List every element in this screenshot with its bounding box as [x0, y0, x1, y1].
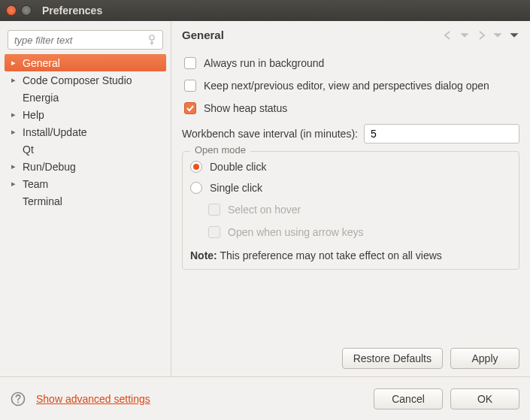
footer: Show advanced settings Cancel OK	[0, 376, 530, 420]
content: ▸ General ▸ Code Composer Studio ▸ Energ…	[0, 21, 530, 376]
tree-item-code-composer-studio[interactable]: ▸ Code Composer Studio	[5, 71, 166, 89]
checkbox-disabled-icon	[208, 204, 220, 216]
chevron-right-icon: ▸	[9, 58, 18, 68]
filter-wrap	[8, 30, 163, 50]
back-icon[interactable]	[443, 30, 453, 41]
chevron-right-icon: ▸	[9, 110, 18, 119]
check-keep-next-prev[interactable]: Keep next/previous editor, view and pers…	[184, 74, 519, 97]
save-interval-label: Workbench save interval (in minutes):	[182, 128, 358, 140]
radio-label: Single click	[210, 182, 262, 194]
ok-button[interactable]: OK	[450, 388, 519, 409]
help-icon[interactable]	[11, 391, 26, 406]
chevron-right-icon: ▸	[9, 179, 18, 189]
tree-item-label: Install/Update	[21, 126, 87, 138]
tree-item-label: Run/Debug	[21, 161, 76, 173]
tree-item-label: General	[21, 57, 60, 69]
save-interval-row: Workbench save interval (in minutes):	[182, 124, 519, 144]
tree-item-label: Terminal	[21, 195, 62, 207]
tree-item-team[interactable]: ▸ Team	[5, 175, 166, 192]
pane-actions: Restore Defaults Apply	[182, 340, 519, 369]
right-pane: General Always run in background Keep ne…	[171, 21, 530, 376]
check-select-on-hover: Select on hover	[208, 198, 511, 221]
chevron-right-icon: ▸	[9, 162, 18, 171]
back-menu-icon[interactable]	[459, 30, 470, 41]
checkbox-icon[interactable]	[184, 57, 196, 69]
radio-label: Double click	[210, 161, 266, 173]
footer-right: Cancel OK	[374, 388, 519, 409]
check-label: Show heap status	[204, 102, 287, 114]
chevron-right-icon: ▸	[9, 75, 18, 85]
view-menu-icon[interactable]	[509, 30, 519, 41]
tree-item-energia[interactable]: ▸ Energia	[5, 89, 166, 106]
tree-item-install-update[interactable]: ▸ Install/Update	[5, 123, 166, 141]
radio-single-click[interactable]: Single click	[190, 177, 511, 198]
check-label: Select on hover	[228, 204, 301, 216]
tree-item-general[interactable]: ▸ General	[5, 54, 166, 71]
restore-defaults-button[interactable]: Restore Defaults	[342, 348, 443, 369]
window-title: Preferences	[42, 5, 102, 17]
radio-checked-icon[interactable]	[190, 161, 202, 173]
check-run-background[interactable]: Always run in background	[184, 52, 519, 74]
forward-menu-icon[interactable]	[492, 30, 503, 41]
close-icon[interactable]	[6, 5, 17, 16]
check-label: Always run in background	[204, 57, 324, 69]
footer-left: Show advanced settings	[11, 391, 150, 406]
pane-title: General	[182, 29, 224, 41]
filter-input[interactable]	[8, 30, 163, 50]
open-mode-group: Open mode Double click Single click Sele…	[182, 151, 519, 270]
tree-item-label: Help	[21, 109, 44, 121]
apply-button[interactable]: Apply	[450, 348, 519, 369]
tree-item-label: Code Composer Studio	[21, 74, 132, 86]
tree-item-qt[interactable]: ▸ Qt	[5, 141, 166, 158]
titlebar: Preferences	[0, 0, 530, 21]
radio-icon[interactable]	[190, 182, 202, 194]
check-open-arrow-keys: Open when using arrow keys	[208, 221, 511, 243]
checkbox-disabled-icon	[208, 226, 220, 238]
tree-item-run-debug[interactable]: ▸ Run/Debug	[5, 158, 166, 175]
svg-point-0	[150, 35, 154, 40]
group-title: Open mode	[190, 144, 250, 156]
check-label: Keep next/previous editor, view and pers…	[204, 80, 489, 92]
note-text: This preference may not take effect on a…	[220, 249, 441, 261]
tree-item-terminal[interactable]: ▸ Terminal	[5, 192, 166, 210]
chevron-right-icon: ▸	[9, 127, 18, 137]
pane-toolbar	[443, 30, 519, 41]
check-show-heap[interactable]: Show heap status	[184, 97, 519, 119]
radio-double-click[interactable]: Double click	[190, 156, 511, 177]
svg-point-2	[17, 401, 19, 403]
tree-item-label: Energia	[21, 92, 59, 104]
filter-icon	[147, 34, 159, 46]
note-label: Note:	[190, 249, 217, 261]
show-advanced-link[interactable]: Show advanced settings	[36, 393, 150, 405]
tree-item-help[interactable]: ▸ Help	[5, 106, 166, 123]
tree-item-label: Team	[21, 178, 48, 190]
cancel-button[interactable]: Cancel	[374, 388, 443, 409]
pane-header: General	[182, 29, 519, 41]
tree-item-label: Qt	[21, 144, 34, 156]
check-label: Open when using arrow keys	[228, 226, 364, 238]
forward-icon[interactable]	[476, 30, 486, 41]
minimize-icon[interactable]	[21, 5, 32, 16]
open-mode-note: Note: This preference may not take effec…	[190, 249, 511, 261]
left-pane: ▸ General ▸ Code Composer Studio ▸ Energ…	[0, 21, 171, 376]
window-controls	[6, 5, 32, 16]
preferences-tree: ▸ General ▸ Code Composer Studio ▸ Energ…	[5, 54, 166, 210]
general-checks: Always run in background Keep next/previ…	[184, 52, 519, 119]
save-interval-input[interactable]	[364, 124, 519, 144]
checkbox-checked-icon[interactable]	[184, 102, 196, 114]
checkbox-icon[interactable]	[184, 80, 196, 92]
